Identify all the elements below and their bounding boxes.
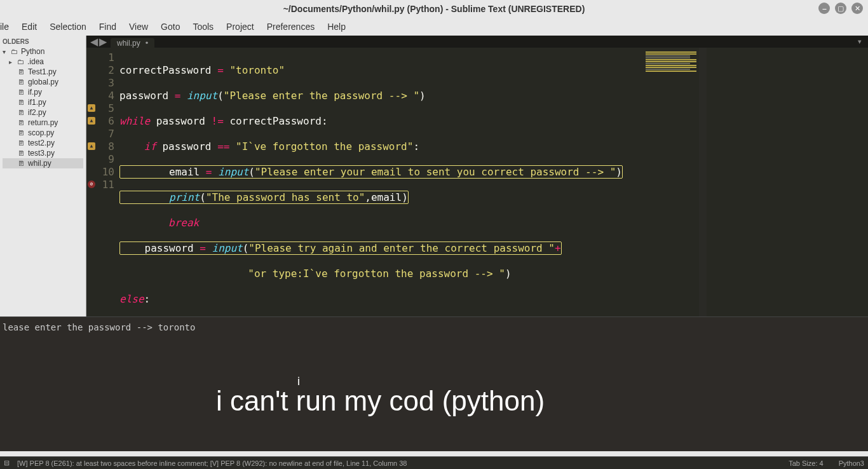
line-num: 3 xyxy=(108,77,114,89)
editor: ◀ ▶ whil.py • ▾ 1 2 3 4 ▲5 ▲6 7 ▲8 9 10 … xyxy=(86,36,868,316)
menu-project[interactable]: Project xyxy=(220,19,261,34)
file-icon: 🖹 xyxy=(18,109,25,116)
line-num: 4 xyxy=(108,90,114,102)
warning-icon[interactable]: ▲ xyxy=(88,104,95,112)
file-scop[interactable]: 🖹scop.py xyxy=(3,128,83,138)
folder-python[interactable]: ▾ 🗀 Python xyxy=(3,46,83,57)
folder-idea[interactable]: ▸ 🗀 .idea xyxy=(3,57,83,67)
file-label: if1.py xyxy=(28,98,46,107)
gutter: 1 2 3 4 ▲5 ▲6 7 ▲8 9 10 ⊘11 xyxy=(86,48,119,357)
file-icon: 🖹 xyxy=(18,139,25,147)
warning-icon[interactable]: ▲ xyxy=(88,117,95,125)
folder-icon: 🗀 xyxy=(11,48,18,55)
file-if[interactable]: 🖹if.py xyxy=(3,87,83,97)
menu-view[interactable]: View xyxy=(123,19,154,34)
build-console[interactable]: lease enter the password --> toronto xyxy=(0,316,868,451)
line-num: 9 xyxy=(108,153,114,165)
status-message: [W] PEP 8 (E261): at least two spaces be… xyxy=(17,459,407,467)
file-return[interactable]: 🖹return.py xyxy=(3,118,83,128)
warning-icon[interactable]: ▲ xyxy=(88,142,95,150)
file-label: if2.py xyxy=(28,108,46,117)
line-num: 2 xyxy=(108,64,114,76)
file-whil[interactable]: 🖹whil.py xyxy=(3,158,83,168)
statusbar: ⊟ [W] PEP 8 (E261): at least two spaces … xyxy=(0,456,868,469)
file-label: whil.py xyxy=(28,159,51,168)
tab-whil[interactable]: whil.py • xyxy=(111,38,154,48)
file-test2[interactable]: 🖹test2.py xyxy=(3,138,83,148)
menu-tools[interactable]: Tools xyxy=(186,19,220,34)
maximize-button[interactable]: ▢ xyxy=(835,3,846,14)
minimize-button[interactable]: ‒ xyxy=(818,3,830,14)
line-num: 5 xyxy=(108,102,114,114)
file-label: Test1.py xyxy=(28,67,57,76)
close-button[interactable]: ✕ xyxy=(851,3,863,14)
annotation-main: i can't run my cod (python) xyxy=(216,385,545,417)
file-label: if.py xyxy=(28,88,42,97)
line-num: 8 xyxy=(108,140,114,153)
menubar: ile Edit Selection Find View Goto Tools … xyxy=(0,18,868,36)
minimap[interactable] xyxy=(623,48,699,357)
chevron-down-icon: ▾ xyxy=(3,48,8,55)
code[interactable]: correctPassword = "toronto" password = i… xyxy=(119,48,623,357)
error-icon[interactable]: ⊘ xyxy=(88,180,95,188)
console-line: lease enter the password --> toronto xyxy=(3,322,865,332)
file-label: test3.py xyxy=(28,149,55,158)
folder-label: .idea xyxy=(27,57,44,66)
menu-find[interactable]: Find xyxy=(93,19,123,34)
file-icon: 🖹 xyxy=(18,88,25,96)
folder-icon: 🗀 xyxy=(17,58,25,65)
editor-body[interactable]: 1 2 3 4 ▲5 ▲6 7 ▲8 9 10 ⊘11 correctPassw… xyxy=(86,48,868,357)
line-num: 1 xyxy=(108,51,114,64)
file-label: scop.py xyxy=(28,128,54,137)
tab-label: whil.py xyxy=(117,39,140,48)
file-if1[interactable]: 🖹if1.py xyxy=(3,97,83,107)
menu-goto[interactable]: Goto xyxy=(154,19,186,34)
file-icon: 🖹 xyxy=(18,129,25,137)
line-num: 6 xyxy=(108,115,114,127)
main-area: OLDERS ▾ 🗀 Python ▸ 🗀 .idea 🖹Test1.py 🖹g… xyxy=(0,36,868,316)
file-global[interactable]: 🖹global.py xyxy=(3,77,83,87)
sidebar-header: OLDERS xyxy=(3,38,83,46)
file-icon: 🖹 xyxy=(18,149,25,157)
file-if2[interactable]: 🖹if2.py xyxy=(3,107,83,118)
file-icon: 🖹 xyxy=(18,99,25,106)
tab-history-back-icon[interactable]: ◀ xyxy=(90,36,98,48)
tab-history-forward-icon[interactable]: ▶ xyxy=(99,36,107,48)
file-label: global.py xyxy=(28,78,58,86)
line-num: 7 xyxy=(108,128,114,140)
file-icon: 🖹 xyxy=(18,119,25,126)
status-tab-size[interactable]: Tab Size: 4 xyxy=(789,459,823,467)
folder-label: Python xyxy=(21,47,44,56)
menu-file[interactable]: ile xyxy=(0,19,15,34)
file-icon: 🖹 xyxy=(18,78,25,86)
tab-overflow-icon[interactable]: ▾ xyxy=(851,36,868,48)
tab-row: ◀ ▶ whil.py • ▾ xyxy=(86,36,868,48)
console-toggle-icon[interactable]: ⊟ xyxy=(4,459,10,467)
menu-help[interactable]: Help xyxy=(321,19,352,34)
vertical-scrollbar[interactable] xyxy=(699,48,707,357)
menu-preferences[interactable]: Preferences xyxy=(261,19,321,34)
file-icon: 🖹 xyxy=(18,160,25,167)
menu-selection[interactable]: Selection xyxy=(43,19,93,34)
titlebar: ~/Documents/Python/whil.py (Python) - Su… xyxy=(0,0,868,18)
line-num: 10 xyxy=(102,166,114,178)
file-label: test2.py xyxy=(28,139,55,147)
chevron-right-icon: ▸ xyxy=(9,58,15,65)
sidebar: OLDERS ▾ 🗀 Python ▸ 🗀 .idea 🖹Test1.py 🖹g… xyxy=(0,36,86,316)
file-icon: 🖹 xyxy=(18,68,25,76)
tab-dirty-icon[interactable]: • xyxy=(146,38,149,48)
window-title: ~/Documents/Python/whil.py (Python) - Su… xyxy=(283,4,585,14)
line-num: 11 xyxy=(102,179,114,191)
menu-edit[interactable]: Edit xyxy=(15,19,43,34)
status-language[interactable]: Python3 xyxy=(839,459,864,467)
file-test1[interactable]: 🖹Test1.py xyxy=(3,67,83,77)
file-test3[interactable]: 🖹test3.py xyxy=(3,148,83,158)
file-label: return.py xyxy=(28,118,58,127)
